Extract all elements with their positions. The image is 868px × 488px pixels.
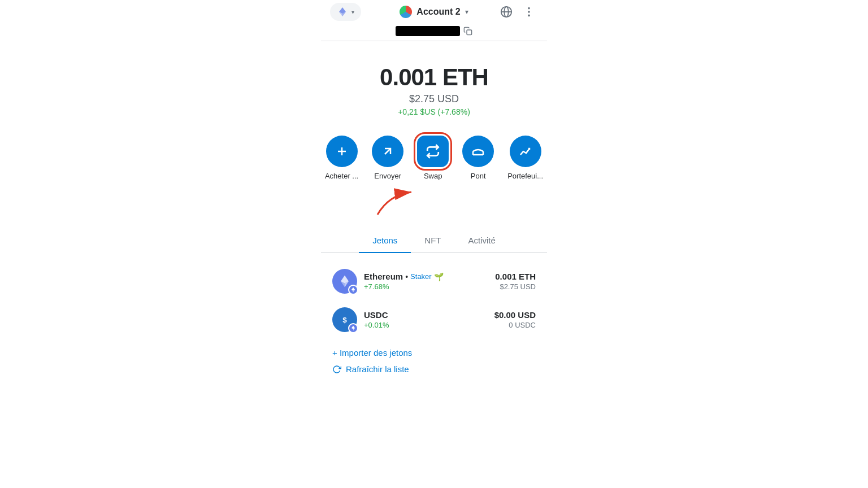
ethereum-info: Ethereum • Staker 🌱 +7.68% (364, 272, 488, 291)
portfolio-icon (519, 145, 532, 158)
tab-activite[interactable]: Activité (455, 229, 509, 253)
wallet-address: 0x1a2b3c4d5e (396, 26, 461, 36)
header-actions (497, 3, 538, 21)
svg-rect-9 (467, 30, 472, 35)
eth-badge-icon (350, 287, 356, 293)
buy-button[interactable] (326, 136, 358, 167)
usdc-eth-badge-icon (350, 325, 356, 331)
tab-jetons[interactable]: Jetons (359, 229, 411, 253)
globe-icon (500, 6, 513, 18)
ethereum-change: +7.68% (364, 282, 488, 291)
usdc-info: USDC +0.01% (364, 310, 488, 329)
ethereum-logo (332, 269, 357, 294)
token-item-usdc[interactable]: $ USDC +0.01% $0.00 USD 0 USDC (332, 300, 536, 339)
usdc-eth-badge (348, 323, 358, 333)
address-bar: 0x1a2b3c4d5e (321, 24, 547, 41)
portfolio-action[interactable]: Portefeui... (507, 136, 543, 180)
eth-network-icon (337, 6, 348, 18)
ethereum-usd: $2.75 USD (495, 282, 536, 291)
account-chevron-icon: ▾ (465, 8, 468, 16)
swap-action[interactable]: Swap (417, 136, 449, 180)
globe-button[interactable] (497, 3, 515, 21)
buy-label: Acheter ... (325, 172, 358, 180)
more-icon (523, 6, 535, 18)
bridge-action[interactable]: Pont (462, 136, 494, 180)
eth-balance: 0.001 ETH (321, 64, 547, 91)
refresh-list-button[interactable]: Rafraîchir la liste (332, 364, 536, 374)
tab-nft[interactable]: NFT (411, 229, 454, 253)
network-chevron-icon: ▾ (351, 9, 354, 15)
bridge-button[interactable] (462, 136, 494, 167)
portfolio-label: Portefeui... (507, 172, 543, 180)
ethereum-name-row: Ethereum • Staker 🌱 (364, 272, 488, 281)
eth-badge (348, 285, 358, 295)
balance-change: +0,21 $US (+7.68%) (321, 107, 547, 116)
copy-address-button[interactable] (463, 27, 472, 36)
svg-point-7 (528, 11, 530, 13)
annotation-arrow-container (321, 189, 547, 223)
more-button[interactable] (520, 3, 538, 21)
usdc-name: USDC (364, 310, 388, 320)
buy-icon (335, 145, 349, 158)
usdc-balance: $0.00 USD 0 USDC (494, 310, 536, 329)
send-action[interactable]: Envoyer (372, 136, 403, 180)
balance-section: 0.001 ETH $2.75 USD +0,21 $US (+7.68%) (321, 53, 547, 122)
copy-icon (463, 27, 472, 36)
refresh-icon (332, 365, 341, 374)
usdc-name-row: USDC (364, 310, 488, 320)
list-actions: + Importer des jetons Rafraîchir la list… (321, 339, 547, 383)
header: ▾ Account 2 ▾ (321, 0, 547, 24)
swap-button[interactable] (417, 136, 449, 167)
token-list: Ethereum • Staker 🌱 +7.68% 0.001 ETH $2.… (321, 262, 547, 339)
svg-text:$: $ (342, 316, 347, 324)
account-name: Account 2 (416, 7, 460, 17)
svg-point-6 (528, 7, 530, 10)
wallet-container: ▾ Account 2 ▾ 0x1a2b3c4d5e (321, 0, 547, 383)
bridge-label: Pont (471, 172, 486, 180)
refresh-label: Rafraîchir la liste (346, 364, 409, 374)
tabs: Jetons NFT Activité (321, 229, 547, 253)
send-button[interactable] (372, 136, 403, 167)
usdc-logo: $ (332, 307, 357, 332)
action-buttons: Acheter ... Envoyer Swap (321, 122, 547, 189)
svg-point-8 (528, 15, 530, 17)
staker-icon: 🌱 (434, 272, 444, 281)
portfolio-button[interactable] (510, 136, 541, 167)
usdc-amount: $0.00 USD (494, 310, 536, 320)
svg-line-12 (385, 149, 390, 154)
swap-label: Swap (424, 172, 442, 180)
usdc-usd: 0 USDC (494, 321, 536, 329)
account-selector[interactable]: Account 2 ▾ (400, 6, 468, 18)
bridge-icon (471, 145, 485, 158)
token-item-ethereum[interactable]: Ethereum • Staker 🌱 +7.68% 0.001 ETH $2.… (332, 262, 536, 300)
network-selector[interactable]: ▾ (330, 3, 361, 21)
ethereum-name: Ethereum (364, 272, 403, 281)
usdc-change: +0.01% (364, 321, 488, 329)
ethereum-staker: Staker (410, 272, 432, 281)
account-avatar (400, 6, 412, 18)
send-label: Envoyer (374, 172, 401, 180)
ethereum-amount: 0.001 ETH (495, 272, 536, 281)
import-label: + Importer des jetons (332, 348, 412, 358)
send-icon (381, 145, 394, 158)
buy-action[interactable]: Acheter ... (325, 136, 358, 180)
red-arrow-annotation (372, 184, 440, 217)
import-tokens-button[interactable]: + Importer des jetons (332, 348, 536, 358)
ethereum-balance: 0.001 ETH $2.75 USD (495, 272, 536, 291)
usd-balance: $2.75 USD (321, 93, 547, 105)
dot-separator: • (405, 272, 408, 281)
header-divider (321, 41, 547, 41)
swap-icon (426, 144, 440, 159)
